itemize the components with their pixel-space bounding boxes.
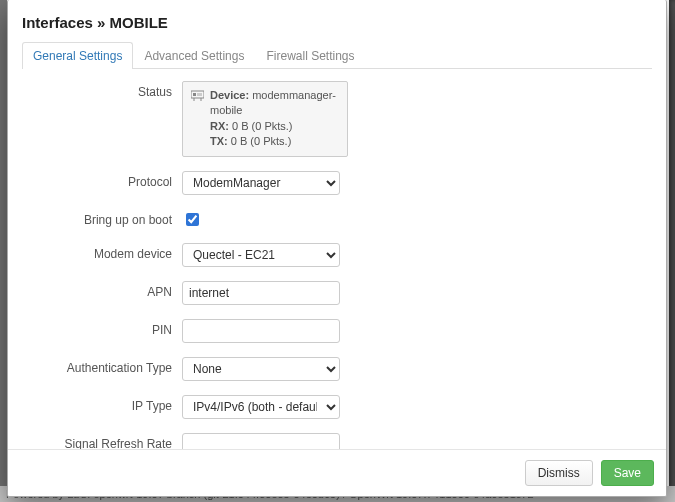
- page-title: Interfaces » MOBILE: [22, 14, 652, 31]
- label-iptype: IP Type: [22, 395, 182, 413]
- svg-rect-1: [193, 93, 196, 96]
- status-box: Device: modemmanager-mobile RX: 0 B (0 P…: [182, 81, 348, 157]
- shadow-left: [0, 0, 7, 502]
- label-status: Status: [22, 81, 182, 99]
- status-rx-label: RX:: [210, 120, 229, 132]
- label-refresh: Signal Refresh Rate: [22, 433, 182, 449]
- input-apn[interactable]: [182, 281, 340, 305]
- tab-general-settings[interactable]: General Settings: [22, 42, 133, 69]
- dismiss-button[interactable]: Dismiss: [525, 460, 593, 486]
- label-auth: Authentication Type: [22, 357, 182, 375]
- status-tx-label: TX:: [210, 135, 228, 147]
- row-refresh: Signal Refresh Rate In seconds: [22, 433, 652, 449]
- label-bringup: Bring up on boot: [22, 209, 182, 227]
- network-icon: [191, 90, 204, 101]
- row-iptype: IP Type IPv4/IPv6 (both - defaults to IP…: [22, 395, 652, 419]
- save-button[interactable]: Save: [601, 460, 654, 486]
- form: Status Device: modemmanager-mobile RX: 0…: [22, 81, 652, 449]
- label-modem: Modem device: [22, 243, 182, 261]
- input-refresh[interactable]: [182, 433, 340, 449]
- tab-advanced-settings[interactable]: Advanced Settings: [133, 42, 255, 69]
- row-bringup: Bring up on boot: [22, 209, 652, 229]
- status-tx: 0 B (0 Pkts.): [231, 135, 292, 147]
- row-apn: APN: [22, 281, 652, 305]
- tab-firewall-settings[interactable]: Firewall Settings: [255, 42, 365, 69]
- select-protocol[interactable]: ModemManager: [182, 171, 340, 195]
- modal-footer: Dismiss Save: [8, 449, 666, 496]
- select-iptype[interactable]: IPv4/IPv6 (both - defaults to IPv4): [182, 395, 340, 419]
- shadow-right: [669, 0, 675, 502]
- svg-rect-2: [197, 93, 202, 96]
- row-auth: Authentication Type None: [22, 357, 652, 381]
- select-auth[interactable]: None: [182, 357, 340, 381]
- tab-bar: General Settings Advanced Settings Firew…: [22, 41, 652, 69]
- select-modem[interactable]: Quectel - EC21: [182, 243, 340, 267]
- status-text: Device: modemmanager-mobile RX: 0 B (0 P…: [210, 88, 339, 150]
- row-protocol: Protocol ModemManager: [22, 171, 652, 195]
- label-pin: PIN: [22, 319, 182, 337]
- checkbox-bringup[interactable]: [186, 213, 199, 226]
- row-pin: PIN: [22, 319, 652, 343]
- status-rx: 0 B (0 Pkts.): [232, 120, 293, 132]
- label-apn: APN: [22, 281, 182, 299]
- status-device-label: Device:: [210, 89, 249, 101]
- row-modem: Modem device Quectel - EC21: [22, 243, 652, 267]
- control-status: Device: modemmanager-mobile RX: 0 B (0 P…: [182, 81, 342, 157]
- modal-body: Interfaces » MOBILE General Settings Adv…: [8, 0, 666, 449]
- input-pin[interactable]: [182, 319, 340, 343]
- modal-dialog: Interfaces » MOBILE General Settings Adv…: [7, 0, 667, 497]
- row-status: Status Device: modemmanager-mobile RX: 0…: [22, 81, 652, 157]
- label-protocol: Protocol: [22, 171, 182, 189]
